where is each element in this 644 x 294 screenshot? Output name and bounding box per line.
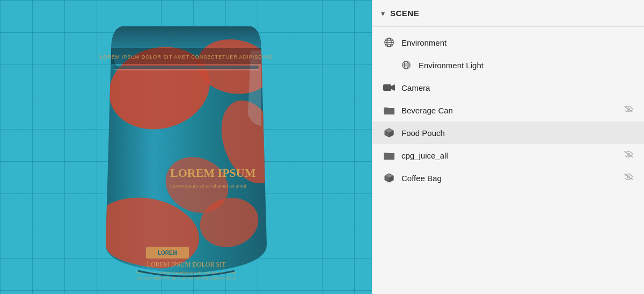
- chevron-down-icon[interactable]: ▾: [381, 9, 385, 18]
- product-bag: earthae LOREM IPSUM DOLOR SIT AMET CONSE…: [95, 18, 277, 276]
- environment-light-label: Environment Light: [419, 61, 633, 70]
- sidebar-item-food-pouch[interactable]: Food Pouch: [372, 121, 644, 144]
- scene-header: ▾ SCENE: [372, 0, 644, 27]
- cube-2-icon: [383, 172, 395, 184]
- sidebar-item-environment-light[interactable]: Environment Light: [372, 54, 644, 76]
- sidebar-item-environment[interactable]: Environment: [372, 31, 644, 54]
- coffee-bag-visibility-icon[interactable]: [624, 173, 633, 183]
- camera-icon: [383, 82, 395, 94]
- scene-items-list: Environment Environment Light: [372, 27, 644, 193]
- folder-icon: [383, 104, 395, 116]
- svg-text:LOREM: LOREM: [157, 250, 177, 256]
- sidebar-item-camera[interactable]: Camera: [372, 76, 644, 99]
- cube-icon: [383, 127, 395, 139]
- sidebar-item-beverage-can[interactable]: Beverage Can: [372, 99, 644, 121]
- scene-panel: ▾ SCENE Environment: [372, 0, 644, 294]
- beverage-can-label: Beverage Can: [401, 106, 624, 115]
- svg-rect-28: [383, 84, 391, 91]
- 3d-viewport[interactable]: earthae LOREM IPSUM DOLOR SIT AMET CONSE…: [0, 0, 372, 294]
- svg-text:LOREM IPSUM DOLOR SIT: LOREM IPSUM DOLOR SIT: [147, 261, 226, 268]
- environment-label: Environment: [401, 38, 633, 47]
- beverage-can-visibility-icon[interactable]: [624, 105, 633, 115]
- cpg-juice-all-label: cpg_juice_all: [401, 151, 624, 160]
- svg-rect-16: [114, 66, 259, 69]
- svg-text:Lorem ipsum sit on el amet sit: Lorem ipsum sit on el amet sit amet: [170, 183, 247, 189]
- food-pouch-label: Food Pouch: [401, 128, 633, 138]
- coffee-bag-label: Coffee Bag: [401, 174, 624, 183]
- globe-icon: [383, 37, 395, 48]
- globe-small-icon: [400, 59, 412, 71]
- svg-text:LOREM IPSUM: LOREM IPSUM: [170, 166, 256, 180]
- scene-title: SCENE: [390, 9, 419, 18]
- sidebar-item-cpg-juice-all[interactable]: cpg_juice_all: [372, 144, 644, 167]
- svg-marker-29: [391, 84, 395, 91]
- cpg-juice-visibility-icon[interactable]: [624, 150, 633, 160]
- camera-label: Camera: [401, 83, 633, 92]
- svg-text:LOREM IPSUM DOLOR SIT AMET CON: LOREM IPSUM DOLOR SIT AMET CONSECTETUER …: [100, 54, 273, 60]
- svg-rect-17: [114, 69, 259, 70]
- sidebar-item-coffee-bag[interactable]: Coffee Bag: [372, 167, 644, 189]
- folder-2-icon: [383, 149, 395, 161]
